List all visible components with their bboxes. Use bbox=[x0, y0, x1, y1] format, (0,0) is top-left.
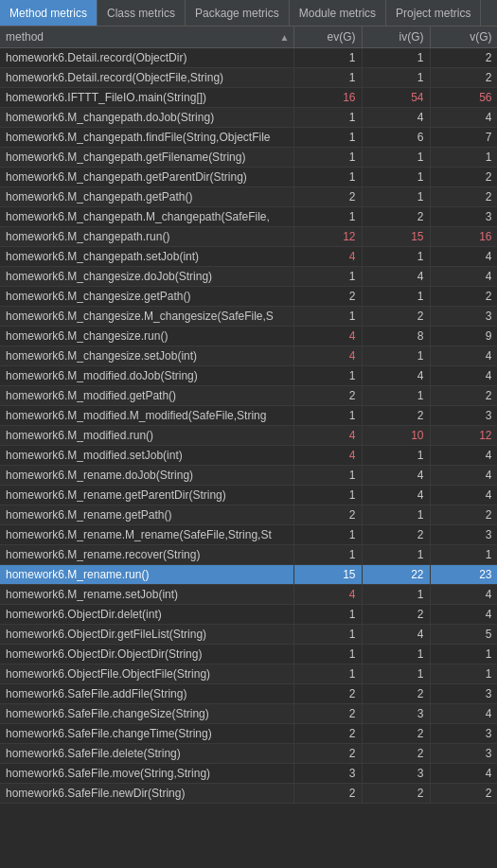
cell-method: homework6.M_changepath.getParentDir(Stri… bbox=[0, 168, 293, 187]
cell-vG: 2 bbox=[430, 386, 497, 406]
table-row[interactable]: homework6.M_rename.run()152223 bbox=[0, 565, 497, 585]
cell-method: homework6.M_changepath.findFile(String,O… bbox=[0, 128, 293, 148]
cell-ivG: 1 bbox=[362, 346, 430, 366]
tab-class-metrics[interactable]: Class metrics bbox=[98, 0, 186, 26]
cell-evG: 1 bbox=[293, 267, 362, 287]
table-row[interactable]: homework6.M_rename.doJob(String)144 bbox=[0, 466, 497, 486]
cell-ivG: 1 bbox=[362, 287, 430, 307]
tab-package-metrics[interactable]: Package metrics bbox=[186, 0, 290, 26]
cell-ivG: 3 bbox=[362, 764, 430, 784]
cell-evG: 1 bbox=[293, 486, 362, 505]
table-row[interactable]: homework6.M_changesize.doJob(String)144 bbox=[0, 267, 497, 287]
cell-evG: 1 bbox=[293, 128, 362, 148]
cell-vG: 23 bbox=[430, 565, 497, 585]
cell-method: homework6.M_rename.recover(String) bbox=[0, 545, 293, 565]
table-row[interactable]: homework6.M_rename.getPath()212 bbox=[0, 505, 497, 525]
cell-ivG: 1 bbox=[362, 48, 430, 68]
table-row[interactable]: homework6.M_modified.getPath()212 bbox=[0, 386, 497, 406]
table-row[interactable]: homework6.M_rename.M_rename(SafeFile,Str… bbox=[0, 525, 497, 545]
cell-vG: 4 bbox=[430, 585, 497, 605]
cell-ivG: 1 bbox=[362, 168, 430, 187]
cell-method: homework6.M_rename.M_rename(SafeFile,Str… bbox=[0, 525, 293, 545]
cell-vG: 3 bbox=[430, 724, 497, 744]
col-method[interactable]: method ▲ bbox=[0, 27, 293, 48]
table-row[interactable]: homework6.SafeFile.addFile(String)223 bbox=[0, 684, 497, 704]
cell-evG: 1 bbox=[293, 545, 362, 565]
cell-ivG: 2 bbox=[362, 724, 430, 744]
cell-evG: 2 bbox=[293, 784, 362, 804]
cell-evG: 1 bbox=[293, 48, 362, 68]
metrics-table-container: method ▲ ev(G) iv(G) v(G) homework6.Deta… bbox=[0, 27, 497, 868]
col-ivG[interactable]: iv(G) bbox=[362, 27, 430, 48]
cell-ivG: 1 bbox=[362, 187, 430, 207]
cell-method: homework6.Detail.record(ObjectFile,Strin… bbox=[0, 68, 293, 88]
cell-vG: 7 bbox=[430, 128, 497, 148]
cell-evG: 1 bbox=[293, 168, 362, 187]
tab-project-metrics[interactable]: Project metrics bbox=[386, 0, 481, 26]
table-row[interactable]: homework6.M_rename.setJob(int)414 bbox=[0, 585, 497, 605]
table-row[interactable]: homework6.M_changepath.setJob(int)414 bbox=[0, 247, 497, 267]
cell-evG: 1 bbox=[293, 207, 362, 227]
tab-method-metrics[interactable]: Method metrics bbox=[0, 0, 98, 26]
table-row[interactable]: homework6.Detail.record(ObjectFile,Strin… bbox=[0, 68, 497, 88]
col-vG[interactable]: v(G) bbox=[430, 27, 497, 48]
cell-ivG: 1 bbox=[362, 545, 430, 565]
table-row[interactable]: homework6.M_changepath.doJob(String)144 bbox=[0, 108, 497, 128]
cell-evG: 4 bbox=[293, 426, 362, 446]
table-row[interactable]: homework6.ObjectDir.getFileList(String)1… bbox=[0, 625, 497, 645]
table-row[interactable]: homework6.SafeFile.changeSize(String)234 bbox=[0, 704, 497, 724]
table-row[interactable]: homework6.M_changepath.findFile(String,O… bbox=[0, 128, 497, 148]
table-row[interactable]: homework6.SafeFile.changeTime(String)223 bbox=[0, 724, 497, 744]
cell-method: homework6.M_rename.run() bbox=[0, 565, 293, 585]
cell-vG: 1 bbox=[430, 645, 497, 664]
table-row[interactable]: homework6.SafeFile.move(String,String)33… bbox=[0, 764, 497, 784]
cell-vG: 9 bbox=[430, 327, 497, 346]
cell-method: homework6.M_rename.doJob(String) bbox=[0, 466, 293, 486]
cell-method: homework6.M_changepath.doJob(String) bbox=[0, 108, 293, 128]
table-row[interactable]: homework6.M_rename.recover(String)111 bbox=[0, 545, 497, 565]
table-row[interactable]: homework6.M_changepath.run()121516 bbox=[0, 227, 497, 247]
cell-ivG: 2 bbox=[362, 744, 430, 764]
table-row[interactable]: homework6.M_modified.M_modified(SafeFile… bbox=[0, 406, 497, 426]
table-row[interactable]: homework6.M_changepath.getParentDir(Stri… bbox=[0, 168, 497, 187]
table-row[interactable]: homework6.M_modified.setJob(int)414 bbox=[0, 446, 497, 466]
tab-module-metrics[interactable]: Module metrics bbox=[290, 0, 386, 26]
cell-evG: 1 bbox=[293, 68, 362, 88]
table-row[interactable]: homework6.SafeFile.delete(String)223 bbox=[0, 744, 497, 764]
metrics-table: method ▲ ev(G) iv(G) v(G) homework6.Deta… bbox=[0, 27, 497, 804]
cell-ivG: 2 bbox=[362, 406, 430, 426]
table-row[interactable]: homework6.M_changepath.getFilename(Strin… bbox=[0, 148, 497, 168]
cell-evG: 2 bbox=[293, 704, 362, 724]
cell-method: homework6.M_rename.setJob(int) bbox=[0, 585, 293, 605]
table-row[interactable]: homework6.M_changepath.M_changepath(Safe… bbox=[0, 207, 497, 227]
cell-method: homework6.M_changesize.setJob(int) bbox=[0, 346, 293, 366]
table-row[interactable]: homework6.M_changesize.getPath()212 bbox=[0, 287, 497, 307]
cell-evG: 1 bbox=[293, 625, 362, 645]
table-row[interactable]: homework6.SafeFile.newDir(String)222 bbox=[0, 784, 497, 804]
col-evG[interactable]: ev(G) bbox=[293, 27, 362, 48]
cell-method: homework6.M_modified.getPath() bbox=[0, 386, 293, 406]
cell-ivG: 2 bbox=[362, 307, 430, 327]
cell-vG: 1 bbox=[430, 148, 497, 168]
table-row[interactable]: homework6.M_changesize.setJob(int)414 bbox=[0, 346, 497, 366]
cell-vG: 4 bbox=[430, 247, 497, 267]
table-row[interactable]: homework6.Detail.record(ObjectDir)112 bbox=[0, 48, 497, 68]
table-row[interactable]: homework6.M_changesize.M_changesize(Safe… bbox=[0, 307, 497, 327]
table-row[interactable]: homework6.M_changesize.run()489 bbox=[0, 327, 497, 346]
table-row[interactable]: homework6.M_modified.doJob(String)144 bbox=[0, 366, 497, 386]
cell-vG: 56 bbox=[430, 88, 497, 108]
cell-ivG: 1 bbox=[362, 148, 430, 168]
table-row[interactable]: homework6.M_modified.run()41012 bbox=[0, 426, 497, 446]
cell-evG: 2 bbox=[293, 744, 362, 764]
table-row[interactable]: homework6.ObjectDir.delet(int)124 bbox=[0, 605, 497, 625]
cell-evG: 2 bbox=[293, 287, 362, 307]
cell-ivG: 6 bbox=[362, 128, 430, 148]
cell-vG: 2 bbox=[430, 168, 497, 187]
table-row[interactable]: homework6.M_changepath.getPath()212 bbox=[0, 187, 497, 207]
table-row[interactable]: homework6.ObjectDir.ObjectDir(String)111 bbox=[0, 645, 497, 664]
table-row[interactable]: homework6.M_rename.getParentDir(String)1… bbox=[0, 486, 497, 505]
table-row[interactable]: homework6.ObjectFile.ObjectFile(String)1… bbox=[0, 664, 497, 684]
cell-evG: 4 bbox=[293, 346, 362, 366]
cell-vG: 3 bbox=[430, 307, 497, 327]
table-row[interactable]: homework6.IFTTT_FileIO.main(String[])165… bbox=[0, 88, 497, 108]
